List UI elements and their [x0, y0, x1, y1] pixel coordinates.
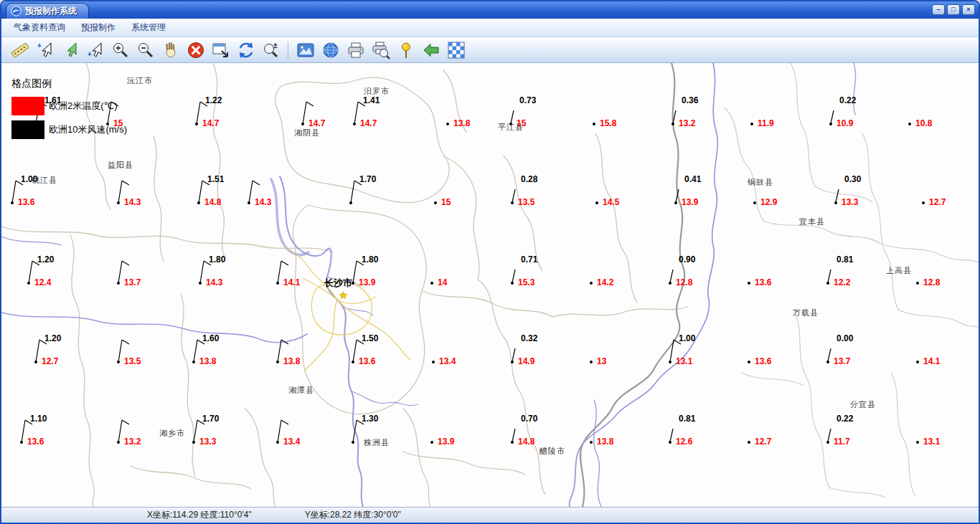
measure-tool-button[interactable] [8, 39, 32, 62]
select-features-tool-button[interactable]: + [83, 39, 107, 62]
temperature-value: 13.7 [124, 277, 141, 287]
title-bar: 预报制作系统 – □ × [1, 1, 979, 19]
pan-hand-icon [161, 41, 180, 59]
select-add-tool-button[interactable]: + [33, 39, 57, 62]
pointer-tool-button[interactable] [58, 39, 82, 62]
grid-points-layer: 1.61151.2214.714.71.4114.713.80.731515.8… [1, 63, 979, 507]
station-dot [750, 123, 753, 125]
station-dot [590, 282, 593, 285]
place-label: 分宜县 [850, 399, 876, 410]
minimize-button[interactable]: – [932, 4, 945, 15]
refresh-tool-button[interactable] [234, 39, 258, 62]
placemark-tool-button[interactable] [394, 39, 418, 62]
temperature-value: 13.6 [755, 356, 771, 366]
toolbar: + + ± [1, 37, 979, 63]
temperature-value: 13.7 [834, 356, 850, 366]
delete-tool-button[interactable] [184, 39, 207, 62]
image-view-icon [296, 41, 315, 59]
place-label: 湘乡市 [159, 428, 185, 439]
temperature-value: 14.7 [308, 118, 325, 128]
menu-forecast-production[interactable]: 预报制作 [73, 19, 123, 37]
svg-text:+: + [88, 50, 92, 58]
wind-speed-value: 1.51 [207, 174, 224, 184]
map-legend: 格点图例 欧洲2米温度(℃) 欧洲10米风速(m/s) [11, 77, 127, 144]
refresh-icon [237, 41, 255, 59]
wind-speed-value: 0.36 [682, 95, 698, 105]
restore-button[interactable]: □ [947, 4, 960, 15]
place-label: 益阳县 [108, 160, 133, 171]
back-tool-button[interactable] [419, 39, 443, 62]
select-add-icon: + [36, 41, 55, 59]
globe-tool-button[interactable] [319, 39, 342, 62]
station-dot [908, 123, 911, 125]
station-dot [432, 361, 435, 363]
legend-label-temperature: 欧洲2米温度(℃) [49, 100, 118, 113]
temperature-value: 13.9 [438, 437, 454, 447]
menu-system-management[interactable]: 系统管理 [123, 19, 174, 37]
map-area[interactable]: 1.61151.2214.714.71.4114.713.80.731515.8… [1, 63, 979, 507]
temperature-value: 15 [441, 197, 451, 207]
temperature-value: 12.8 [676, 277, 692, 287]
temperature-value: 12.7 [929, 197, 946, 207]
zoom-in-tool-button[interactable] [108, 39, 132, 62]
city-label: 长沙市 [324, 277, 352, 290]
temperature-value: 13.8 [283, 356, 300, 366]
wind-speed-value: 0.22 [837, 414, 853, 424]
station-dot [748, 441, 750, 444]
temperature-color-swatch [11, 97, 44, 115]
title-tab: 预报制作系统 [6, 3, 89, 19]
temperature-value: 13.3 [842, 197, 858, 207]
globe-icon [321, 41, 340, 59]
print-icon [347, 41, 365, 59]
station-dot [590, 441, 593, 444]
grid-tool-button[interactable] [444, 39, 468, 62]
place-label: 万载县 [793, 308, 819, 318]
delete-icon [187, 41, 205, 59]
temperature-value: 13.4 [439, 356, 456, 366]
zoom-in-icon [111, 41, 130, 59]
temperature-value: 13.9 [682, 197, 698, 207]
close-button[interactable]: × [962, 4, 975, 15]
placemark-icon [397, 41, 415, 59]
place-label: 沅江市 [127, 75, 153, 86]
legend-row-temperature: 欧洲2米温度(℃) [11, 97, 127, 115]
place-label: 醴陵市 [540, 446, 565, 457]
zoom-out-tool-button[interactable] [133, 39, 157, 62]
temperature-value: 13.9 [359, 277, 375, 287]
wind-speed-value: 0.71 [521, 254, 537, 265]
temperature-value: 14 [438, 277, 447, 287]
temperature-value: 10.9 [837, 118, 853, 128]
identify-tool-button[interactable]: ± [259, 39, 283, 62]
temperature-value: 15.3 [518, 277, 534, 287]
wind-speed-value: 0.28 [521, 174, 537, 184]
wind-speed-value: 1.80 [362, 254, 378, 265]
print-preview-tool-button[interactable] [369, 39, 392, 62]
temperature-value: 12.7 [755, 437, 771, 447]
temperature-value: 13.1 [923, 437, 940, 447]
legend-label-wind: 欧洲10米风速(m/s) [49, 123, 127, 136]
app-window: 预报制作系统 – □ × 气象资料查询 预报制作 系统管理 + + [0, 0, 980, 524]
print-tool-button[interactable] [344, 39, 367, 62]
temperature-value: 14.8 [518, 437, 534, 447]
temperature-value: 13.6 [27, 437, 44, 447]
temperature-value: 12.8 [923, 277, 940, 287]
wind-speed-value: 0.70 [521, 414, 537, 424]
image-view-tool-button[interactable] [293, 39, 317, 62]
temperature-value: 14.1 [283, 277, 300, 287]
pan-tool-button[interactable] [159, 39, 182, 62]
menu-weather-data-query[interactable]: 气象资料查询 [6, 19, 73, 37]
export-view-tool-button[interactable] [209, 39, 232, 62]
station-dot [595, 201, 598, 204]
back-arrow-icon [422, 41, 440, 59]
wind-speed-value: 0.41 [684, 174, 701, 184]
place-label: 株洲县 [364, 437, 390, 448]
wind-speed-value: 0.30 [844, 174, 861, 184]
legend-row-wind: 欧洲10米风速(m/s) [11, 120, 127, 139]
measure-icon [11, 41, 29, 59]
wind-speed-value: 1.20 [44, 333, 61, 343]
wind-speed-value: 0.32 [521, 333, 537, 343]
city-star-marker: ★ [339, 290, 348, 300]
place-label: 湘潭县 [288, 385, 314, 396]
wind-speed-value: 0.81 [679, 414, 695, 424]
wind-speed-value: 1.22 [205, 95, 222, 105]
